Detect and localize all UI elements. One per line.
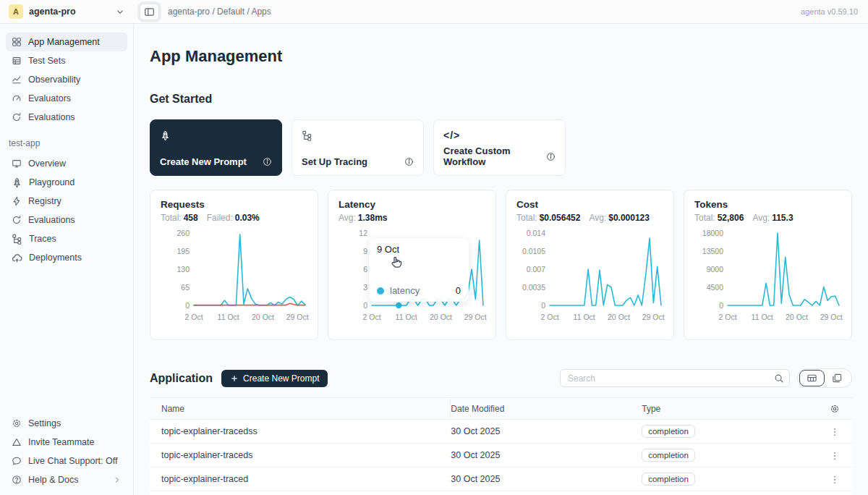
- sidebar-item-deployments[interactable]: Deployments: [6, 248, 127, 267]
- workspace-name: agenta-pro: [29, 7, 109, 17]
- svg-text:130: 130: [176, 265, 190, 274]
- app-date-modified: 30 Oct 2025: [451, 474, 642, 484]
- chart-title: Cost: [516, 199, 663, 210]
- sidebar-toggle-button[interactable]: [140, 4, 159, 20]
- chart-stats: Total:$0.056452Avg:$0.000123: [516, 213, 663, 223]
- svg-text:11 Oct: 11 Oct: [396, 313, 417, 321]
- app-type-badge: completion: [642, 449, 695, 462]
- svg-text:0.0105: 0.0105: [522, 247, 545, 255]
- chart-title: Requests: [161, 199, 307, 210]
- search-input[interactable]: [561, 370, 769, 386]
- sidebar-item-label: Evaluations: [28, 215, 122, 225]
- sidebar-item-evaluations[interactable]: Evaluations: [6, 211, 127, 229]
- applications-table: NameDate ModifiedType topic-explainer-tr…: [150, 397, 852, 495]
- sidebar-item-help-docs[interactable]: Help & Docs: [6, 470, 127, 489]
- chart-stat: Total:$0.056452: [516, 213, 580, 223]
- get-started-card-label: Create New Prompt: [160, 156, 247, 167]
- sidebar-item-registry[interactable]: Registry: [6, 192, 127, 211]
- chart-stat: Total:458: [161, 213, 198, 223]
- sidebar-item-label: Playground: [29, 177, 122, 187]
- rocket-icon: [160, 130, 171, 141]
- chart-stat: Avg:115.3: [752, 213, 793, 223]
- table-row[interactable]: career-assessment27 Oct 2025completion⋮: [150, 491, 852, 495]
- table-row[interactable]: topic-explainer-traced30 Oct 2025complet…: [150, 468, 852, 491]
- sidebar-section-label: test-app: [6, 127, 127, 154]
- table-row[interactable]: topic-explainer-traceds30 Oct 2025comple…: [150, 444, 852, 468]
- sidebar-item-label: Registry: [28, 196, 122, 206]
- svg-text:195: 195: [176, 247, 190, 255]
- row-kebab-menu[interactable]: ⋮: [830, 475, 840, 484]
- svg-text:18000: 18000: [702, 229, 723, 237]
- sidebar-item-overview[interactable]: Overview: [6, 154, 127, 173]
- svg-text:3: 3: [363, 283, 367, 292]
- sidebar-item-playground[interactable]: Playground: [6, 173, 127, 192]
- get-started-card-create-new-prompt[interactable]: Create New Prompt: [150, 119, 282, 176]
- card-view-icon: [832, 373, 843, 384]
- table-row[interactable]: topic-explainer-tracedss30 Oct 2025compl…: [150, 420, 852, 444]
- chart-stat: Total:52,806: [694, 213, 744, 223]
- sidebar-item-evaluators[interactable]: Evaluators: [6, 89, 127, 108]
- svg-text:0.007: 0.007: [527, 265, 545, 274]
- workspace-avatar: A: [9, 4, 23, 19]
- app-name: topic-explainer-tracedss: [150, 426, 451, 436]
- sidebar-item-evaluations[interactable]: Evaluations: [6, 108, 127, 127]
- monitor-icon: [12, 158, 22, 169]
- create-new-prompt-button[interactable]: Create New Prompt: [221, 370, 328, 387]
- chart-stats: Total:458Failed:0.03%: [161, 213, 307, 223]
- sidebar-item-traces[interactable]: Traces: [6, 229, 127, 248]
- sidebar-item-live-chat-support-off[interactable]: Live Chat Support: Off: [6, 452, 127, 470]
- svg-text:0: 0: [541, 301, 545, 310]
- chart-card-requests: RequestsTotal:458Failed:0.03%26019513065…: [150, 190, 318, 340]
- sidebar-item-observability[interactable]: Observability: [6, 70, 127, 89]
- sidebar-item-label: Settings: [28, 418, 122, 428]
- chart-title: Tokens: [694, 199, 841, 210]
- column-header-type[interactable]: Type: [642, 404, 817, 414]
- app-date-modified: 30 Oct 2025: [451, 426, 642, 436]
- svg-text:13500: 13500: [702, 247, 723, 255]
- workspace-selector[interactable]: A agenta-pro: [0, 4, 134, 19]
- breadcrumb[interactable]: agenta-pro / Default / Apps: [168, 7, 271, 17]
- get-started-card-set-up-tracing[interactable]: Set Up Tracing: [292, 119, 424, 176]
- svg-text:6: 6: [363, 265, 367, 274]
- info-icon[interactable]: [546, 152, 556, 161]
- refresh-icon: [12, 112, 22, 122]
- get-started-card-create-custom-workflow[interactable]: </>Create Custom Workflow: [433, 119, 566, 176]
- sidebar-item-label: Help & Docs: [28, 475, 106, 485]
- table-view-icon: [807, 373, 817, 384]
- info-icon[interactable]: [263, 157, 272, 166]
- sidebar-item-settings[interactable]: Settings: [6, 414, 127, 433]
- column-header-date-modified[interactable]: Date Modified: [451, 404, 642, 414]
- info-icon[interactable]: [404, 157, 414, 166]
- svg-text:2 Oct: 2 Oct: [184, 313, 203, 321]
- row-kebab-menu[interactable]: ⋮: [830, 451, 840, 460]
- sidebar: App ManagementTest SetsObservabilityEval…: [0, 24, 134, 495]
- chart-title: Latency: [339, 199, 485, 210]
- tooltip-date: 9 Oct: [377, 244, 461, 255]
- plus-icon: [230, 374, 239, 383]
- column-header-name[interactable]: Name: [150, 398, 451, 419]
- bolt-icon: [12, 196, 22, 206]
- chart-stat: Avg:1.38ms: [339, 213, 388, 223]
- sidebar-item-app-management[interactable]: App Management: [6, 33, 127, 51]
- cursor-hand-icon: [389, 255, 402, 268]
- chat-icon: [12, 456, 22, 466]
- svg-text:12: 12: [359, 229, 367, 237]
- chart-card-cost: CostTotal:$0.056452Avg:$0.0001230.0140.0…: [506, 190, 674, 340]
- sidebar-item-invite-teammate[interactable]: Invite Teammate: [6, 433, 127, 452]
- table-settings-gear-icon[interactable]: [830, 404, 840, 414]
- tooltip-value: 0: [456, 285, 461, 296]
- sidebar-item-label: App Management: [28, 37, 122, 47]
- svg-text:0.0035: 0.0035: [522, 283, 545, 292]
- sidebar-item-test-sets[interactable]: Test Sets: [6, 51, 127, 70]
- search-button[interactable]: [769, 370, 789, 386]
- refresh-icon: [12, 215, 22, 225]
- card-view-button[interactable]: [825, 370, 850, 386]
- svg-text:0: 0: [185, 301, 190, 310]
- row-kebab-menu[interactable]: ⋮: [830, 427, 840, 436]
- svg-text:29 Oct: 29 Oct: [642, 313, 665, 321]
- get-started-card-label: Set Up Tracing: [302, 156, 367, 167]
- table-view-button[interactable]: [799, 370, 825, 386]
- sidebar-item-label: Invite Teammate: [28, 437, 122, 447]
- chevron-right-icon: [113, 475, 122, 484]
- tooltip-series-name: latency: [390, 285, 420, 296]
